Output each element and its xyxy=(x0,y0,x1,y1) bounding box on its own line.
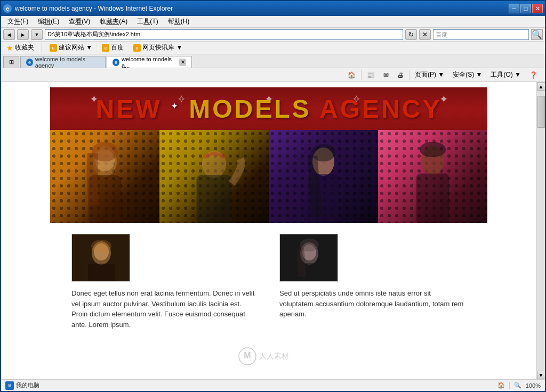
nav-bar: ◄ ► ▼ ↻ ✕ 🔍 xyxy=(1,28,545,42)
refresh-button[interactable]: ↻ xyxy=(405,29,417,40)
menu-file[interactable]: 文件(F) xyxy=(3,16,33,27)
minimize-button[interactable]: ─ xyxy=(509,4,519,13)
favorites-button[interactable]: ★ 收藏夹 xyxy=(3,42,37,53)
browser-window: e welcome to models agency - Windows Int… xyxy=(0,0,546,392)
scroll-up-button[interactable]: ▲ xyxy=(537,82,545,91)
tab-1-favicon: e xyxy=(26,59,33,66)
fav-news[interactable]: e 网页快讯库 ▼ xyxy=(130,42,186,53)
window-controls[interactable]: ─ □ ✕ xyxy=(509,4,543,13)
cmd-print[interactable]: 🖨 xyxy=(394,70,407,80)
title-bar-left: e welcome to models agency - Windows Int… xyxy=(3,4,173,13)
menu-help[interactable]: 帮助(H) xyxy=(164,16,194,27)
browser-content: ✦✧✦✧✦ NEW ✦ MODELS AGENCY xyxy=(1,82,545,379)
scrollbar[interactable]: ▲ ▼ xyxy=(536,82,545,379)
svg-rect-10 xyxy=(416,174,449,223)
forward-button[interactable]: ► xyxy=(17,29,29,40)
tab-2-label: welcome to models a... xyxy=(122,56,177,69)
menu-favorites[interactable]: 收藏夹(A) xyxy=(95,16,132,27)
ie-icon-1: e xyxy=(50,44,57,52)
svg-point-11 xyxy=(420,142,446,157)
page-area[interactable]: ✦✧✦✧✦ NEW ✦ MODELS AGENCY xyxy=(1,82,536,379)
content-col-1: Donec eget tellus non erat lacinia ferme… xyxy=(71,234,258,330)
search-button[interactable]: 🔍 xyxy=(531,29,543,40)
fav-suggest-label: 建议网站 ▼ xyxy=(59,43,92,52)
tab-2[interactable]: e welcome to models a... ✕ xyxy=(107,56,192,68)
status-right: 🏠 🔍 100% xyxy=(497,382,541,389)
close-button[interactable]: ✕ xyxy=(532,4,543,13)
banner-title: NEW ✦ MODELS AGENCY xyxy=(96,94,442,124)
status-left: 🖥 我的电脑 xyxy=(5,381,39,390)
window-title: welcome to models agency - Windows Inter… xyxy=(15,5,173,12)
zoom-label: 100% xyxy=(526,382,541,389)
svg-rect-15 xyxy=(88,264,115,282)
cmd-tools[interactable]: 工具(O) ▼ xyxy=(487,69,524,80)
fav-baidu-label: 百度 xyxy=(111,43,124,52)
model-thumb-1 xyxy=(71,234,130,282)
tab-2-favicon: e xyxy=(113,59,119,66)
fav-suggest[interactable]: e 建议网站 ▼ xyxy=(46,42,95,53)
cmd-divider-1 xyxy=(361,70,362,80)
menu-edit[interactable]: 编辑(E) xyxy=(34,16,63,27)
cmd-help[interactable]: ❓ xyxy=(526,70,541,80)
fav-separator xyxy=(42,43,42,53)
content-text-2: Sed ut perspiciatis unde omnis iste natu… xyxy=(279,288,466,320)
scroll-down-button[interactable]: ▼ xyxy=(537,371,545,379)
status-computer-label: 我的电脑 xyxy=(16,381,39,389)
search-input[interactable] xyxy=(433,29,529,40)
tab-2-close[interactable]: ✕ xyxy=(179,59,186,66)
page-content: ✦✧✦✧✦ NEW ✦ MODELS AGENCY xyxy=(50,82,487,379)
banner-photo-3 xyxy=(269,130,378,223)
cmd-security[interactable]: 安全(S) ▼ xyxy=(449,69,485,80)
command-bar: 🏠 📰 ✉ 🖨 页面(P) ▼ 安全(S) ▼ 工具(O) ▼ ❓ xyxy=(1,68,545,82)
svg-point-16 xyxy=(91,240,111,252)
ie-icon-3: e xyxy=(133,44,141,52)
banner-images xyxy=(50,130,487,223)
banner-models: MODELS xyxy=(189,95,319,123)
svg-rect-5 xyxy=(197,175,232,223)
scroll-track[interactable] xyxy=(537,91,545,371)
tab-1[interactable]: e welcome to models agency xyxy=(20,56,106,68)
ie-icon-2: e xyxy=(102,44,109,52)
fav-news-label: 网页快讯库 ▼ xyxy=(142,43,182,52)
banner-new: NEW xyxy=(96,95,162,123)
content-section: Donec eget tellus non erat lacinia ferme… xyxy=(50,223,487,340)
title-bar: e welcome to models agency - Windows Int… xyxy=(1,1,545,16)
cmd-rss[interactable]: 📰 xyxy=(364,70,378,80)
banner-photo-2 xyxy=(159,130,269,223)
cmd-divider-2 xyxy=(409,70,410,80)
stop-button[interactable]: ✕ xyxy=(419,29,431,40)
cmd-page[interactable]: 页面(P) ▼ xyxy=(412,69,447,80)
tab-bar: ⊞ e welcome to models agency e welcome t… xyxy=(1,54,545,68)
star-icon: ★ xyxy=(6,44,13,52)
maximize-button[interactable]: □ xyxy=(520,4,531,13)
tab-1-label: welcome to models agency xyxy=(35,56,100,69)
banner: ✦✧✦✧✦ NEW ✦ MODELS AGENCY xyxy=(50,87,487,223)
banner-title-area: ✦✧✦✧✦ NEW ✦ MODELS AGENCY xyxy=(50,87,487,130)
address-bar[interactable] xyxy=(45,29,403,40)
dropdown-button[interactable]: ▼ xyxy=(31,29,43,40)
model-thumb-2 xyxy=(279,234,338,282)
banner-photo-1 xyxy=(50,130,159,223)
cmd-home[interactable]: 🏠 xyxy=(344,70,359,80)
computer-icon: 🖥 xyxy=(5,381,14,390)
content-text-1: Donec eget tellus non erat lacinia ferme… xyxy=(71,288,258,330)
scroll-thumb[interactable] xyxy=(537,96,545,128)
favorites-label: 收藏夹 xyxy=(15,43,34,52)
svg-text:人人素材: 人人素材 xyxy=(259,352,289,360)
banner-photo-4 xyxy=(378,130,487,223)
banner-agency: AGENCY xyxy=(319,95,441,123)
favorites-bar: ★ 收藏夹 e 建议网站 ▼ e 百度 e 网页快讯库 ▼ xyxy=(1,42,545,54)
status-bar: 🖥 我的电脑 🏠 🔍 100% xyxy=(1,379,545,391)
svg-text:M: M xyxy=(244,351,251,360)
content-col-2: Sed ut perspiciatis unde omnis iste natu… xyxy=(279,234,466,330)
tab-switcher[interactable]: ⊞ xyxy=(3,56,19,68)
watermark: M 人人素材 xyxy=(50,340,487,374)
fav-baidu[interactable]: e 百度 xyxy=(99,42,127,53)
browser-icon: e xyxy=(3,4,12,13)
menu-bar: 文件(F) 编辑(E) 查看(V) 收藏夹(A) 工具(T) 帮助(H) xyxy=(1,16,545,28)
back-button[interactable]: ◄ xyxy=(3,29,15,40)
cmd-mail[interactable]: ✉ xyxy=(380,70,392,80)
menu-view[interactable]: 查看(V) xyxy=(65,16,94,27)
status-divider xyxy=(509,382,510,389)
menu-tools[interactable]: 工具(T) xyxy=(133,16,162,27)
